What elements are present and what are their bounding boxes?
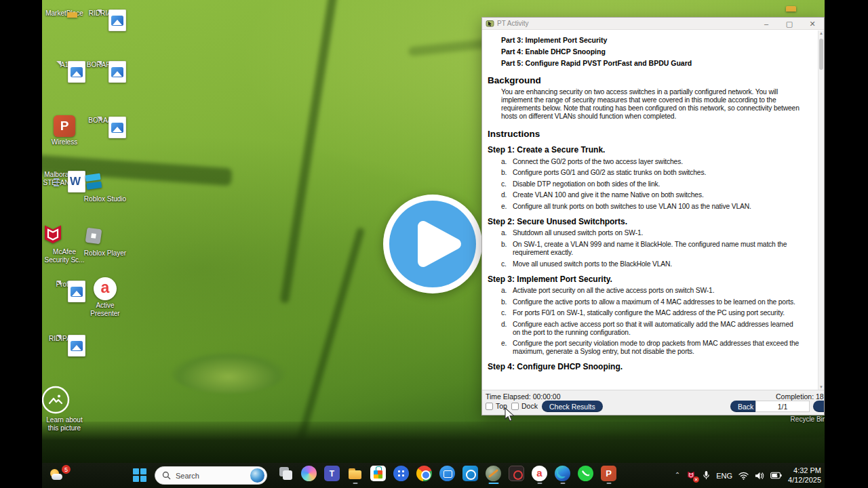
item-label: b. [501,298,513,306]
search-highlight-image [250,468,264,483]
file-explorer-icon[interactable] [347,466,363,481]
page-indicator[interactable]: 1/1 [755,401,810,412]
instruction-item: a.Activate port security on all the acti… [501,287,804,295]
dock-checkbox-label: Dock [521,402,538,410]
screen-recorder-icon[interactable] [509,466,524,481]
speaker-icon[interactable] [755,472,764,480]
taskbar: 5 Search ⌃ ✕ [42,463,825,488]
background-text: You are enhancing security on two access… [501,88,804,121]
instruction-item: a.Connect the G0/2 ports of the two acce… [501,158,804,166]
part-heading: Part 3: Implement Port Security [501,36,804,44]
copilot-icon[interactable] [301,466,317,481]
item-label: c. [501,260,513,268]
item-text: Activate port security on all the active… [513,287,804,295]
instruction-item: d.Create VLAN 100 and give it the name N… [501,191,804,199]
desktop-icon-boraadd[interactable]: BORAADD [81,115,129,125]
instruction-item: c.Move all unused switch ports to the Bl… [501,260,804,268]
mcafee-tray-icon[interactable]: ✕ [686,470,696,481]
battery-icon[interactable] [770,472,782,479]
search-box[interactable]: Search [155,466,267,485]
minimize-button[interactable]: – [755,18,778,30]
item-text: Create VLAN 100 and give it the name Nat… [513,191,804,199]
item-text: Configure all trunk ports on both switch… [513,203,804,211]
play-icon [389,201,476,287]
background-heading: Background [488,75,804,85]
step-4-heading: Step 4: Configure DHCP Snooping. [488,362,804,371]
teams-icon[interactable] [324,466,340,481]
item-text: Move all unused switch ports to the Blac… [513,260,804,268]
video-play-button[interactable] [383,195,482,293]
desktop-icon-roblox-player[interactable]: Roblox Player [81,224,129,258]
chrome-icon[interactable] [416,466,432,481]
desktop-icon-active-presenter[interactable]: Active Presenter [81,277,129,318]
item-label: a. [501,229,513,237]
instruction-item: c.For ports F0/1 on SW-1, statically con… [501,309,804,317]
tray-date: 4/12/2025 [788,476,821,485]
item-label: a. [501,158,513,166]
clock[interactable]: 4:32 PM 4/12/2025 [788,466,821,485]
powerpoint-icon[interactable] [601,466,616,481]
microphone-icon[interactable] [703,470,710,481]
item-label: d. [501,321,513,337]
task-view-icon[interactable] [278,466,294,481]
icon-label: Learn about this picture [42,416,88,432]
item-text: Shutdown all unused switch ports on SW-1… [513,229,804,237]
maximize-button[interactable]: ▢ [778,18,801,30]
photos-icon[interactable] [439,466,455,481]
checkbox-icon[interactable] [486,403,493,410]
item-text: Disable DTP negotiation on both sides of… [513,180,804,188]
completion-status: Completion: 18% [776,392,825,401]
check-results-button[interactable]: Check Results [542,401,603,412]
item-label: b. [501,169,513,177]
item-text: For ports F0/1 on SW-1, statically confi… [513,309,804,317]
step-3-heading: Step 3: Implement Port Security. [488,274,804,284]
packet-tracer-icon [486,19,494,28]
desktop-icon-ridipass[interactable]: RIDIPASS [42,333,88,343]
packet-tracer-icon[interactable] [486,466,501,481]
icon-label: Roblox Studio [81,195,129,203]
letterbox-left [0,0,42,488]
roblox-studio-icon [81,169,129,194]
desktop-icon-roblox-studio[interactable]: Roblox Studio [81,169,129,203]
edge-icon[interactable] [555,466,570,481]
scroll-down-icon[interactable]: ▼ [818,385,824,389]
icon-label: Active Presenter [81,302,129,318]
active-presenter-icon[interactable] [532,466,547,481]
step-1-heading: Step 1: Create a Secure Trunk. [488,145,804,155]
desktop-icon-learn-about-picture[interactable]: Learn about this picture [42,385,88,432]
icon-label: Roblox Player [81,249,129,258]
start-button[interactable] [133,468,146,482]
desktop-icon-borapass[interactable]: BORAPASS [81,60,129,69]
item-text: Configure each active access port so tha… [513,321,804,337]
scrollbar-thumb[interactable] [819,39,823,70]
scroll-up-icon[interactable]: ▲ [818,31,824,35]
next-button[interactable]: Next [813,401,825,412]
notification-badge: 5 [62,465,71,474]
search-label: Search [176,472,250,480]
instruction-item: b.Configure the active ports to allow a … [501,298,804,306]
whatsapp-icon[interactable] [578,466,593,481]
scrollbar[interactable]: ▲ ▼ [818,30,824,390]
instruction-item: c.Disable DTP negotiation on both sides … [501,180,804,188]
step-2-heading: Step 2: Secure Unused Switchports. [488,217,804,226]
instruction-item: e.Configure the port security violation … [501,340,804,356]
weather-widget[interactable]: 5 [49,467,69,485]
apps-icon[interactable] [393,466,409,481]
letterbox-right [825,0,868,488]
tray-time: 4:32 PM [788,466,821,476]
wifi-icon[interactable] [738,472,749,480]
outlook-icon[interactable] [462,466,478,481]
tray-chevron-icon[interactable]: ⌃ [675,471,680,479]
error-badge-icon: ✕ [693,476,699,483]
picture-circle-icon [42,385,88,415]
item-label: a. [501,287,513,295]
instructions-heading: Instructions [488,129,804,139]
microsoft-store-icon[interactable] [370,466,386,481]
close-button[interactable]: ✕ [801,18,824,30]
window-titlebar[interactable]: PT Activity – ▢ ✕ [482,18,824,30]
cloud-icon [52,474,62,480]
window-footer: Time Elapsed: 00:00:00 Completion: 18% T… [482,390,824,415]
language-indicator[interactable]: ENG [716,472,732,480]
desktop-icon-ridriadd[interactable]: RIDRIADD [81,8,129,18]
recycle-bin-label[interactable]: Recycle Bin [778,415,825,423]
